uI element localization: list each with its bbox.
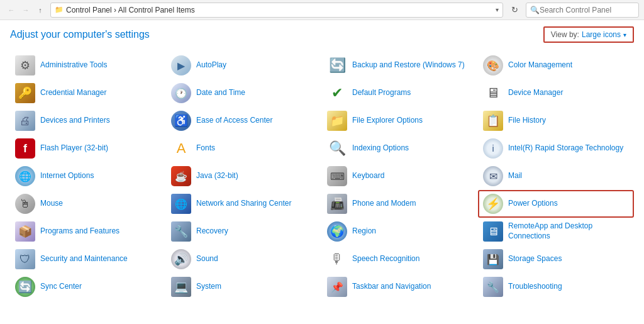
address-bar[interactable]: 📁 Control Panel › All Control Panel Item…: [50, 3, 503, 18]
storage-spaces-label: Storage Spaces: [508, 254, 562, 264]
intel-rst-label: Intel(R) Rapid Storage Technology: [508, 143, 623, 154]
ease-access-label: Ease of Access Center: [196, 116, 272, 126]
programs-features-icon: 📦: [15, 221, 35, 242]
cp-item-ease-access[interactable]: ♿Ease of Access Center: [166, 107, 322, 135]
devices-printers-icon: 🖨: [15, 111, 35, 131]
cp-item-sound[interactable]: 🔊Sound: [166, 245, 322, 273]
troubleshooting-label: Troubleshooting: [508, 282, 562, 292]
address-bar-icon: 📁: [55, 6, 64, 14]
header-row: Adjust your computer's settings View by:…: [10, 26, 634, 43]
cp-item-sync-center[interactable]: 🔄Sync Center: [10, 273, 166, 301]
cp-item-file-history[interactable]: 📋File History: [478, 107, 634, 135]
cp-item-taskbar-navigation[interactable]: 📌Taskbar and Navigation: [322, 273, 478, 301]
flash-player-label: Flash Player (32-bit): [40, 143, 108, 154]
cp-item-speech-recognition[interactable]: 🎙Speech Recognition: [322, 245, 478, 273]
java-icon: ☕: [171, 166, 191, 186]
mouse-icon: 🖱: [15, 194, 35, 214]
cp-item-remoteapp[interactable]: 🖥RemoteApp and Desktop Connections: [478, 218, 634, 245]
storage-spaces-icon: 💾: [483, 249, 503, 269]
flash-player-icon: f: [15, 138, 35, 159]
cp-item-flash-player[interactable]: fFlash Player (32-bit): [10, 135, 166, 162]
address-path: Control Panel › All Control Panel Items: [66, 6, 496, 14]
file-history-label: File History: [508, 116, 546, 126]
cp-item-keyboard[interactable]: ⌨Keyboard: [322, 162, 478, 190]
administrative-tools-label: Administrative Tools: [40, 60, 108, 70]
cp-item-storage-spaces[interactable]: 💾Storage Spaces: [478, 245, 634, 273]
view-by-selector[interactable]: View by: Large icons ▾: [543, 26, 634, 43]
back-button[interactable]: ←: [5, 4, 18, 16]
speech-recognition-label: Speech Recognition: [352, 254, 419, 264]
speech-recognition-icon: 🎙: [327, 249, 347, 269]
cp-item-backup-restore[interactable]: 🔄Backup and Restore (Windows 7): [322, 52, 478, 79]
default-programs-icon: ✔: [327, 83, 347, 103]
security-maintenance-icon: 🛡: [15, 249, 35, 269]
color-management-label: Color Management: [508, 60, 572, 70]
up-button[interactable]: ↑: [34, 4, 47, 16]
page-title: Adjust your computer's settings: [10, 29, 150, 40]
cp-item-network-sharing[interactable]: 🌐Network and Sharing Center: [166, 190, 322, 218]
cp-item-administrative-tools[interactable]: ⚙Administrative Tools: [10, 52, 166, 79]
mouse-label: Mouse: [40, 199, 63, 209]
region-icon: 🌍: [327, 221, 347, 242]
administrative-tools-icon: ⚙: [15, 55, 35, 75]
cp-item-system[interactable]: 💻System: [166, 273, 322, 301]
network-sharing-label: Network and Sharing Center: [196, 199, 291, 209]
cp-item-mouse[interactable]: 🖱Mouse: [10, 190, 166, 218]
system-icon: 💻: [171, 277, 191, 297]
sync-center-icon: 🔄: [15, 277, 35, 297]
backup-restore-label: Backup and Restore (Windows 7): [352, 60, 465, 70]
indexing-options-icon: 🔍: [327, 138, 347, 159]
recovery-label: Recovery: [196, 226, 228, 237]
taskbar-navigation-label: Taskbar and Navigation: [352, 282, 431, 292]
cp-item-phone-modem[interactable]: 📠Phone and Modem: [322, 190, 478, 218]
forward-button[interactable]: →: [19, 4, 32, 16]
date-time-label: Date and Time: [196, 88, 245, 98]
indexing-options-label: Indexing Options: [352, 143, 409, 154]
troubleshooting-icon: 🔧: [483, 277, 503, 297]
credential-manager-label: Credential Manager: [40, 88, 106, 98]
cp-item-intel-rst[interactable]: iIntel(R) Rapid Storage Technology: [478, 135, 634, 162]
cp-item-mail[interactable]: ✉Mail: [478, 162, 634, 190]
date-time-icon: 🕐: [171, 83, 191, 103]
cp-item-color-management[interactable]: 🎨Color Management: [478, 52, 634, 79]
ease-access-icon: ♿: [171, 111, 191, 131]
cp-item-region[interactable]: 🌍Region: [322, 218, 478, 245]
cp-item-internet-options[interactable]: 🌐Internet Options: [10, 162, 166, 190]
address-dropdown-arrow[interactable]: ▾: [496, 6, 499, 13]
cp-item-troubleshooting[interactable]: 🔧Troubleshooting: [478, 273, 634, 301]
search-input[interactable]: [540, 6, 628, 14]
security-maintenance-label: Security and Maintenance: [40, 254, 128, 264]
cp-item-recovery[interactable]: 🔧Recovery: [166, 218, 322, 245]
cp-item-date-time[interactable]: 🕐Date and Time: [166, 79, 322, 107]
recovery-icon: 🔧: [171, 221, 191, 242]
java-label: Java (32-bit): [196, 171, 238, 181]
fonts-label: Fonts: [196, 143, 215, 154]
search-box[interactable]: 🔍: [526, 3, 639, 18]
internet-options-icon: 🌐: [15, 166, 35, 186]
main-content: Adjust your computer's settings View by:…: [0, 20, 644, 324]
keyboard-label: Keyboard: [352, 171, 384, 181]
cp-item-autoplay[interactable]: ▶AutoPlay: [166, 52, 322, 79]
cp-item-file-explorer[interactable]: 📁File Explorer Options: [322, 107, 478, 135]
cp-item-security-maintenance[interactable]: 🛡Security and Maintenance: [10, 245, 166, 273]
file-explorer-label: File Explorer Options: [352, 116, 423, 126]
phone-modem-icon: 📠: [327, 194, 347, 214]
cp-item-power-options[interactable]: ⚡Power Options: [478, 190, 634, 218]
autoplay-label: AutoPlay: [196, 60, 226, 70]
power-options-label: Power Options: [508, 199, 558, 209]
sound-icon: 🔊: [171, 249, 191, 269]
internet-options-label: Internet Options: [40, 171, 94, 181]
cp-item-indexing-options[interactable]: 🔍Indexing Options: [322, 135, 478, 162]
cp-item-credential-manager[interactable]: 🔑Credential Manager: [10, 79, 166, 107]
autoplay-icon: ▶: [171, 55, 191, 75]
view-by-value: Large icons: [582, 30, 621, 39]
refresh-button[interactable]: ↻: [507, 3, 522, 18]
cp-item-device-manager[interactable]: 🖥Device Manager: [478, 79, 634, 107]
cp-item-programs-features[interactable]: 📦Programs and Features: [10, 218, 166, 245]
cp-item-default-programs[interactable]: ✔Default Programs: [322, 79, 478, 107]
keyboard-icon: ⌨: [327, 166, 347, 186]
cp-item-java[interactable]: ☕Java (32-bit): [166, 162, 322, 190]
cp-item-fonts[interactable]: AFonts: [166, 135, 322, 162]
cp-item-devices-printers[interactable]: 🖨Devices and Printers: [10, 107, 166, 135]
mail-label: Mail: [508, 171, 522, 181]
